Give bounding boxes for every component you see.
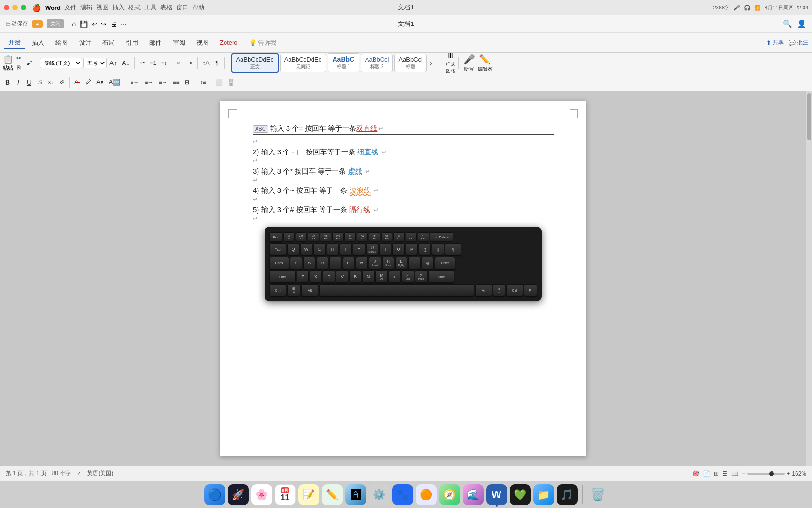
font-color-button[interactable]: A [72, 78, 82, 87]
save-icon[interactable]: 💾 [80, 20, 88, 28]
home-icon[interactable]: ⌂ [72, 20, 77, 28]
text-bg-color-button[interactable]: A▾ [94, 78, 106, 87]
key-lbracket[interactable]: [{ [419, 243, 431, 255]
key-f7[interactable]: 7&F7 [357, 232, 368, 242]
key-f[interactable]: F [329, 257, 342, 269]
key-menu[interactable]: ≡← [493, 284, 505, 296]
italic-button[interactable]: I [14, 78, 23, 87]
key-f6[interactable]: 6^F6 [344, 232, 356, 242]
key-x[interactable]: X [310, 270, 322, 283]
line-spacing-button[interactable]: ↕≡ [198, 78, 208, 87]
profile-icon[interactable]: 👤 [797, 19, 806, 28]
strikethrough-button[interactable]: S [35, 78, 45, 87]
tab-home[interactable]: 开始 [4, 36, 25, 49]
style-expand-button[interactable]: › [428, 57, 434, 69]
minimize-button[interactable] [12, 5, 18, 10]
dock-photos[interactable]: 🌸 [251, 484, 272, 505]
key-f1[interactable]: 1!F1 [283, 232, 295, 242]
dock-word[interactable]: W [486, 484, 507, 505]
dock-cursor[interactable]: 💚 [510, 484, 531, 505]
view-normal-icon[interactable]: 📄 [703, 470, 710, 477]
format-painter-button[interactable]: 🖌 [24, 59, 34, 67]
paste-button[interactable]: 📋 粘贴 [3, 54, 13, 71]
dock-settings[interactable]: ⚙️ [369, 484, 390, 505]
key-caps[interactable]: Caps [269, 257, 289, 269]
menu-insert[interactable]: 插入 [112, 3, 125, 12]
undo-icon[interactable]: ↩ [92, 20, 97, 28]
tab-review[interactable]: 审阅 [168, 37, 190, 49]
more-icon[interactable]: ··· [121, 20, 126, 28]
font-size-select[interactable]: 五号 [83, 58, 107, 68]
menu-window[interactable]: 窗口 [176, 3, 188, 12]
styles-pane-button[interactable]: Ⅲ 样式图格 [446, 53, 455, 73]
cut-button[interactable]: ✂ [14, 54, 23, 63]
menu-edit[interactable]: 编辑 [80, 3, 93, 12]
tab-insert[interactable]: 插入 [27, 37, 49, 49]
multilevel-list-button[interactable]: ≡↕ [159, 59, 169, 67]
sort-button[interactable]: ↕A [201, 59, 211, 67]
redo-icon[interactable]: ↪ [101, 20, 107, 28]
dock-calendar[interactable]: 8月 11 [275, 484, 296, 505]
dictate-button[interactable]: 🎤 听写 [463, 54, 475, 72]
font-shrink-button[interactable]: A↓ [120, 58, 131, 68]
style-card-h1[interactable]: AaBbC 标题 1 [328, 53, 359, 72]
style-card-normal[interactable]: AaBbCcDdEe 正文 [231, 53, 278, 73]
key-shift-r[interactable]: Shift [428, 270, 454, 283]
key-j[interactable]: JInsert [369, 257, 381, 269]
key-f9[interactable]: 9(F9 [381, 232, 392, 242]
tab-mail[interactable]: 邮件 [145, 37, 166, 49]
key-esc[interactable]: Esc [269, 232, 282, 242]
menu-view[interactable]: 视图 [96, 3, 109, 12]
tab-tell-me[interactable]: 💡 告诉我 [244, 37, 281, 49]
dock-appstore[interactable]: 🅰 [345, 484, 366, 505]
key-quote[interactable]: '@ [422, 257, 434, 269]
menu-table[interactable]: 表格 [160, 3, 172, 12]
numbered-list-button[interactable]: ≡1 [148, 59, 158, 67]
key-o[interactable]: O [392, 243, 405, 255]
style-card-title[interactable]: AaBbCcl 标题 [394, 54, 427, 72]
align-right-button[interactable]: ≡→ [156, 78, 169, 87]
tab-reference[interactable]: 引用 [121, 37, 143, 49]
key-m[interactable]: MDel [375, 270, 388, 283]
decrease-indent-button[interactable]: ⇤ [175, 59, 184, 67]
justify-button[interactable]: ≡≡ [171, 78, 181, 87]
key-ctrl-r[interactable]: Ctrl [506, 284, 523, 296]
shading-button[interactable]: ▒ [226, 78, 235, 87]
dock-baidu[interactable]: 🐾 [392, 484, 413, 505]
key-shift-l[interactable]: Shift [269, 270, 296, 283]
dock-files[interactable]: 📁 [533, 484, 554, 505]
style-card-no-space[interactable]: AaBbCcDdEe 无间距 [280, 54, 326, 72]
comment-button[interactable]: 💬 批注 [789, 39, 808, 47]
scrollbar[interactable] [806, 91, 812, 466]
superscript-button[interactable]: x² [57, 78, 66, 87]
align-center-button[interactable]: ≡↔ [142, 78, 155, 87]
bold-button[interactable]: B [3, 78, 12, 87]
key-ctrl-l[interactable]: Ctrl [269, 284, 286, 296]
text-effect-button[interactable]: A🔤 [107, 78, 123, 87]
dock-arc[interactable]: 🌊 [463, 484, 484, 505]
key-f5[interactable]: 5%F5 [332, 232, 344, 242]
autosave-off-button[interactable]: 关闭 [47, 19, 64, 28]
key-n[interactable]: N [362, 270, 375, 283]
view-layout-icon[interactable]: ⊞ [714, 470, 718, 477]
dock-launchpad[interactable]: 🚀 [228, 484, 249, 505]
underline-button[interactable]: U [24, 78, 34, 87]
key-l[interactable]: LPgUp [395, 257, 407, 269]
key-f8[interactable]: 8*F8 [369, 232, 380, 242]
key-slash[interactable]: ?/PgDn [415, 270, 427, 283]
key-k[interactable]: KHome [382, 257, 394, 269]
zoom-in-button[interactable]: + [787, 470, 790, 477]
key-period[interactable]: >.End [402, 270, 414, 283]
highlight-button[interactable]: 🖊 [83, 78, 93, 87]
tab-design[interactable]: 设计 [74, 37, 96, 49]
dock-notes[interactable]: 📝 [298, 484, 319, 505]
key-a[interactable]: A [290, 257, 302, 269]
increase-indent-button[interactable]: ⇥ [185, 59, 195, 67]
key-semicolon[interactable]: ;: [408, 257, 421, 269]
key-h[interactable]: H [356, 257, 368, 269]
distribute-button[interactable]: ⊞ [182, 78, 192, 87]
key-backslash[interactable]: \| [445, 243, 461, 255]
key-t[interactable]: T [340, 243, 352, 255]
zoom-out-button[interactable]: − [742, 470, 745, 477]
view-read-icon[interactable]: 📖 [731, 470, 738, 477]
